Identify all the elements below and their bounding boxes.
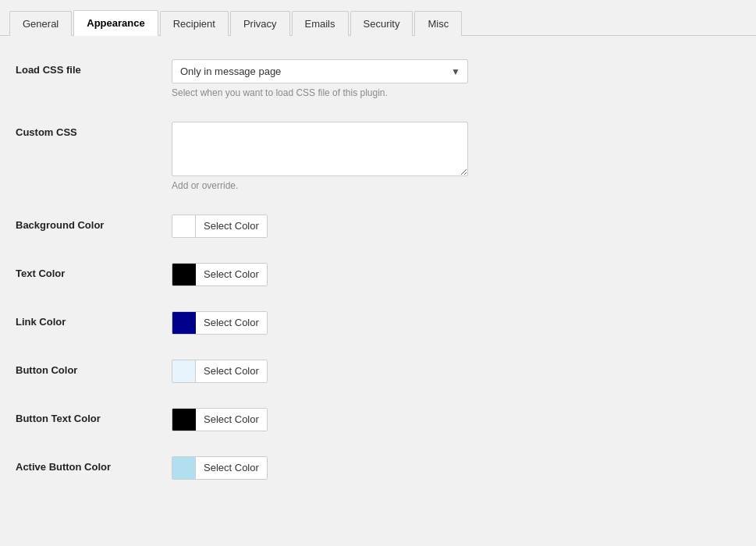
background-color-swatch	[172, 215, 196, 237]
text-color-control: Select Color	[172, 263, 740, 288]
load-css-select[interactable]: Only in message pageAll pagesNever	[172, 59, 468, 83]
tab-misc[interactable]: Misc	[414, 11, 462, 36]
tab-privacy[interactable]: Privacy	[230, 11, 290, 36]
button-color-label: Button Color	[16, 360, 172, 376]
button-text-color-control: Select Color	[172, 408, 740, 433]
tab-emails[interactable]: Emails	[292, 11, 349, 36]
tab-security[interactable]: Security	[350, 11, 413, 36]
active-button-color-control: Select Color	[172, 456, 740, 481]
custom-css-textarea[interactable]	[172, 122, 468, 176]
button-color-button[interactable]: Select Color	[172, 360, 268, 383]
page-wrapper: General Appearance Recipient Privacy Ema…	[0, 0, 756, 546]
button-text-color-label: Button Text Color	[16, 408, 172, 424]
background-color-row: Background Color Select Color	[16, 214, 740, 239]
active-button-color-btn-label: Select Color	[196, 457, 267, 479]
tab-general[interactable]: General	[9, 11, 72, 36]
button-text-color-button[interactable]: Select Color	[172, 408, 268, 431]
background-color-button[interactable]: Select Color	[172, 214, 268, 238]
button-color-swatch	[172, 360, 196, 382]
content-area: Load CSS file Only in message pageAll pa…	[0, 36, 756, 520]
tab-appearance[interactable]: Appearance	[73, 10, 158, 36]
link-color-button[interactable]: Select Color	[172, 311, 268, 335]
load-css-row: Load CSS file Only in message pageAll pa…	[16, 59, 740, 98]
custom-css-row: Custom CSS Add or override.	[16, 122, 740, 191]
button-text-color-btn-label: Select Color	[196, 409, 267, 431]
tab-recipient[interactable]: Recipient	[160, 11, 229, 36]
custom-css-label: Custom CSS	[16, 122, 172, 138]
custom-css-hint: Add or override.	[172, 180, 740, 191]
tabs-bar: General Appearance Recipient Privacy Ema…	[0, 0, 756, 36]
button-color-row: Button Color Select Color	[16, 360, 740, 385]
link-color-swatch	[172, 312, 196, 334]
text-color-row: Text Color Select Color	[16, 263, 740, 288]
background-color-control: Select Color	[172, 214, 740, 239]
custom-css-control: Add or override.	[172, 122, 740, 191]
text-color-swatch	[172, 264, 196, 285]
button-text-color-swatch	[172, 409, 196, 431]
active-button-color-row: Active Button Color Select Color	[16, 456, 740, 481]
link-color-row: Link Color Select Color	[16, 311, 740, 336]
background-color-btn-label: Select Color	[196, 215, 267, 237]
link-color-btn-label: Select Color	[196, 312, 267, 334]
button-color-control: Select Color	[172, 360, 740, 385]
button-text-color-row: Button Text Color Select Color	[16, 408, 740, 433]
active-button-color-button[interactable]: Select Color	[172, 456, 268, 480]
text-color-btn-label: Select Color	[196, 264, 267, 285]
load-css-label: Load CSS file	[16, 59, 172, 76]
load-css-dropdown-wrapper: Only in message pageAll pagesNever ▼	[172, 59, 468, 83]
load-css-hint: Select when you want to load CSS file of…	[172, 87, 740, 98]
active-button-color-label: Active Button Color	[16, 456, 172, 473]
background-color-label: Background Color	[16, 214, 172, 231]
button-color-btn-label: Select Color	[196, 360, 267, 382]
link-color-control: Select Color	[172, 311, 740, 336]
active-button-color-swatch	[172, 457, 196, 479]
load-css-control: Only in message pageAll pagesNever ▼ Sel…	[172, 59, 740, 98]
text-color-label: Text Color	[16, 263, 172, 279]
text-color-button[interactable]: Select Color	[172, 263, 268, 286]
link-color-label: Link Color	[16, 311, 172, 328]
